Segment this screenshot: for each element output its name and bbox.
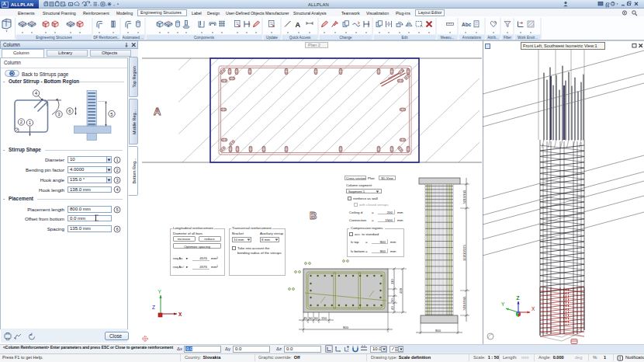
svg-text:Automated ...: Automated ... <box>123 36 144 40</box>
svg-text:A: A <box>154 106 161 117</box>
svg-text:Z: Z <box>517 295 520 301</box>
svg-text:Filter: Filter <box>504 36 512 40</box>
svg-text:Measu...: Measu... <box>441 36 455 40</box>
svg-text:7Ø10/165: 7Ø10/165 <box>462 190 466 204</box>
svg-text:Engineering Structures: Engineering Structures <box>36 36 72 40</box>
svg-text:Y: Y <box>501 301 505 307</box>
svg-text:X: X <box>178 312 182 317</box>
svg-text:Quick Access: Quick Access <box>289 36 311 40</box>
svg-text:Abc: Abc <box>462 22 472 27</box>
svg-text:110: 110 <box>390 279 394 284</box>
svg-text:Edit: Edit <box>402 36 409 40</box>
svg-text:Middle Reg...: Middle Reg... <box>132 110 137 134</box>
svg-text:X: X <box>531 306 535 312</box>
svg-text:Y: Y <box>158 289 162 294</box>
svg-text:50: 50 <box>390 298 394 302</box>
svg-text:800: 800 <box>343 325 349 329</box>
svg-text:50: 50 <box>314 316 318 320</box>
svg-text:Update: Update <box>266 36 278 40</box>
svg-text:Change: Change <box>339 36 352 40</box>
svg-text:B: B <box>310 210 317 221</box>
svg-text:Z: Z <box>152 305 155 310</box>
svg-text:Components: Components <box>194 36 215 40</box>
svg-text:Attrib...: Attrib... <box>487 36 499 40</box>
svg-text:800: 800 <box>435 329 441 332</box>
svg-text:1: 1 <box>116 158 118 162</box>
svg-text:40: 40 <box>390 306 394 310</box>
svg-text:6: 6 <box>116 227 118 231</box>
svg-text:45: 45 <box>303 316 307 320</box>
svg-text:Work Envir...: Work Envir... <box>518 36 538 40</box>
svg-text:5: 5 <box>116 207 118 212</box>
svg-text:A: A <box>296 21 301 29</box>
svg-text:12Ø10/225: 12Ø10/225 <box>462 245 466 261</box>
svg-text:400: 400 <box>399 287 403 294</box>
svg-text:Annotations: Annotations <box>462 36 482 40</box>
svg-text:DF Reinforcem...: DF Reinforcem... <box>93 36 120 40</box>
svg-text:Bottom Reg...: Bottom Reg... <box>132 158 137 184</box>
svg-text:7Ø10/165: 7Ø10/165 <box>462 296 466 311</box>
svg-text:3: 3 <box>116 178 118 183</box>
svg-text:2: 2 <box>116 168 118 172</box>
svg-text:150: 150 <box>321 316 327 320</box>
svg-text:50: 50 <box>309 316 313 320</box>
svg-text:Top Region: Top Region <box>132 66 137 87</box>
